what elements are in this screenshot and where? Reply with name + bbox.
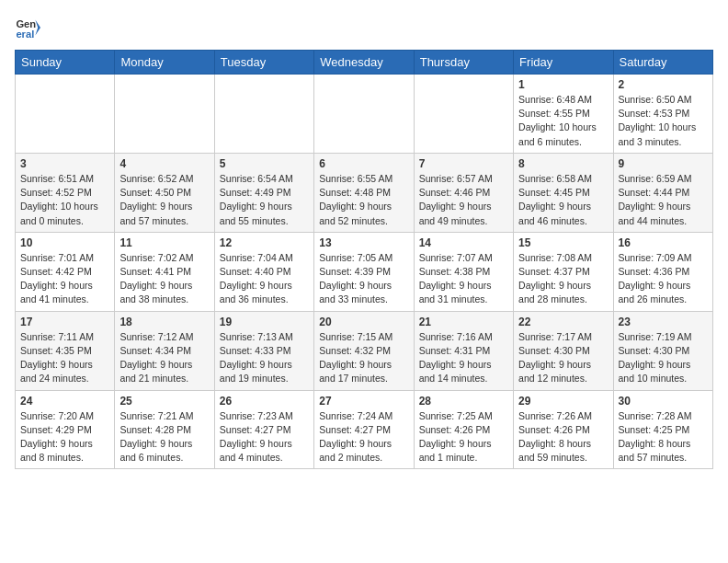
day-info: Sunrise: 7:23 AMSunset: 4:27 PMDaylight:… <box>220 409 309 465</box>
day-info: Sunrise: 7:17 AMSunset: 4:30 PMDaylight:… <box>518 330 608 386</box>
calendar: SundayMondayTuesdayWednesdayThursdayFrid… <box>15 50 713 469</box>
day-number: 19 <box>220 316 309 328</box>
logo-icon: Gen eral <box>15 15 40 40</box>
calendar-cell: 23Sunrise: 7:19 AMSunset: 4:30 PMDayligh… <box>613 311 712 390</box>
day-number: 14 <box>419 236 508 249</box>
svg-marker-2 <box>35 20 40 36</box>
day-info: Sunrise: 7:05 AMSunset: 4:39 PMDaylight:… <box>319 251 408 307</box>
day-info: Sunrise: 6:58 AMSunset: 4:45 PMDaylight:… <box>518 172 608 228</box>
calendar-cell: 1Sunrise: 6:48 AMSunset: 4:55 PMDaylight… <box>514 75 613 154</box>
day-number: 15 <box>518 236 608 249</box>
day-info: Sunrise: 6:55 AMSunset: 4:48 PMDaylight:… <box>319 172 408 228</box>
calendar-week-4: 24Sunrise: 7:20 AMSunset: 4:29 PMDayligh… <box>16 390 713 469</box>
calendar-cell: 14Sunrise: 7:07 AMSunset: 4:38 PMDayligh… <box>414 232 513 311</box>
weekday-header-sunday: Sunday <box>16 51 115 75</box>
calendar-cell: 28Sunrise: 7:25 AMSunset: 4:26 PMDayligh… <box>414 390 513 469</box>
calendar-cell <box>16 75 115 154</box>
day-info: Sunrise: 7:09 AMSunset: 4:36 PMDaylight:… <box>619 251 708 307</box>
day-info: Sunrise: 7:04 AMSunset: 4:40 PMDaylight:… <box>220 251 309 307</box>
day-info: Sunrise: 7:08 AMSunset: 4:37 PMDaylight:… <box>518 251 608 307</box>
calendar-cell: 15Sunrise: 7:08 AMSunset: 4:37 PMDayligh… <box>514 232 613 311</box>
calendar-cell <box>214 75 313 154</box>
calendar-cell: 26Sunrise: 7:23 AMSunset: 4:27 PMDayligh… <box>214 390 313 469</box>
day-number: 11 <box>119 236 209 249</box>
day-info: Sunrise: 6:52 AMSunset: 4:50 PMDaylight:… <box>119 172 209 228</box>
day-number: 20 <box>319 316 408 328</box>
day-info: Sunrise: 7:25 AMSunset: 4:26 PMDaylight:… <box>419 409 508 465</box>
day-info: Sunrise: 6:48 AMSunset: 4:55 PMDaylight:… <box>518 93 608 149</box>
calendar-cell: 5Sunrise: 6:54 AMSunset: 4:49 PMDaylight… <box>214 153 313 232</box>
day-info: Sunrise: 7:24 AMSunset: 4:27 PMDaylight:… <box>319 409 408 465</box>
day-info: Sunrise: 6:57 AMSunset: 4:46 PMDaylight:… <box>419 172 508 228</box>
day-number: 6 <box>319 157 408 170</box>
weekday-header-tuesday: Tuesday <box>214 51 313 75</box>
calendar-body: 1Sunrise: 6:48 AMSunset: 4:55 PMDaylight… <box>16 75 713 469</box>
page-header: Gen eral <box>15 15 713 40</box>
calendar-cell: 29Sunrise: 7:26 AMSunset: 4:26 PMDayligh… <box>514 390 613 469</box>
calendar-cell: 24Sunrise: 7:20 AMSunset: 4:29 PMDayligh… <box>16 390 115 469</box>
calendar-cell <box>414 75 513 154</box>
calendar-cell: 17Sunrise: 7:11 AMSunset: 4:35 PMDayligh… <box>16 311 115 390</box>
calendar-week-0: 1Sunrise: 6:48 AMSunset: 4:55 PMDaylight… <box>16 75 713 154</box>
calendar-cell: 6Sunrise: 6:55 AMSunset: 4:48 PMDaylight… <box>314 153 414 232</box>
day-info: Sunrise: 7:21 AMSunset: 4:28 PMDaylight:… <box>119 409 209 465</box>
day-number: 17 <box>20 316 109 328</box>
calendar-cell <box>115 75 214 154</box>
day-info: Sunrise: 7:19 AMSunset: 4:30 PMDaylight:… <box>619 330 708 386</box>
calendar-cell: 18Sunrise: 7:12 AMSunset: 4:34 PMDayligh… <box>115 311 214 390</box>
day-info: Sunrise: 6:50 AMSunset: 4:53 PMDaylight:… <box>619 93 708 149</box>
calendar-cell: 3Sunrise: 6:51 AMSunset: 4:52 PMDaylight… <box>16 153 115 232</box>
day-number: 18 <box>119 316 209 328</box>
day-info: Sunrise: 7:20 AMSunset: 4:29 PMDaylight:… <box>20 409 109 465</box>
weekday-header-friday: Friday <box>514 51 613 75</box>
calendar-cell: 2Sunrise: 6:50 AMSunset: 4:53 PMDaylight… <box>613 75 712 154</box>
logo: Gen eral <box>15 15 44 40</box>
day-info: Sunrise: 6:59 AMSunset: 4:44 PMDaylight:… <box>619 172 708 228</box>
calendar-cell: 11Sunrise: 7:02 AMSunset: 4:41 PMDayligh… <box>115 232 214 311</box>
calendar-cell: 8Sunrise: 6:58 AMSunset: 4:45 PMDaylight… <box>514 153 613 232</box>
day-number: 2 <box>619 78 708 91</box>
day-number: 25 <box>119 395 209 408</box>
calendar-header-row: SundayMondayTuesdayWednesdayThursdayFrid… <box>16 51 713 75</box>
calendar-cell <box>314 75 414 154</box>
day-info: Sunrise: 6:54 AMSunset: 4:49 PMDaylight:… <box>220 172 309 228</box>
day-number: 24 <box>20 395 109 408</box>
day-info: Sunrise: 7:11 AMSunset: 4:35 PMDaylight:… <box>20 330 109 386</box>
day-info: Sunrise: 7:07 AMSunset: 4:38 PMDaylight:… <box>419 251 508 307</box>
calendar-cell: 9Sunrise: 6:59 AMSunset: 4:44 PMDaylight… <box>613 153 712 232</box>
day-info: Sunrise: 7:02 AMSunset: 4:41 PMDaylight:… <box>119 251 209 307</box>
day-number: 30 <box>619 395 708 408</box>
day-number: 26 <box>220 395 309 408</box>
day-number: 12 <box>220 236 309 249</box>
calendar-cell: 22Sunrise: 7:17 AMSunset: 4:30 PMDayligh… <box>514 311 613 390</box>
weekday-header-monday: Monday <box>115 51 214 75</box>
calendar-cell: 25Sunrise: 7:21 AMSunset: 4:28 PMDayligh… <box>115 390 214 469</box>
calendar-cell: 19Sunrise: 7:13 AMSunset: 4:33 PMDayligh… <box>214 311 313 390</box>
weekday-header-wednesday: Wednesday <box>314 51 414 75</box>
day-number: 9 <box>619 157 708 170</box>
calendar-cell: 10Sunrise: 7:01 AMSunset: 4:42 PMDayligh… <box>16 232 115 311</box>
day-info: Sunrise: 7:15 AMSunset: 4:32 PMDaylight:… <box>319 330 408 386</box>
day-info: Sunrise: 7:26 AMSunset: 4:26 PMDaylight:… <box>518 409 608 465</box>
calendar-cell: 27Sunrise: 7:24 AMSunset: 4:27 PMDayligh… <box>314 390 414 469</box>
calendar-cell: 12Sunrise: 7:04 AMSunset: 4:40 PMDayligh… <box>214 232 313 311</box>
day-number: 16 <box>619 236 708 249</box>
calendar-cell: 21Sunrise: 7:16 AMSunset: 4:31 PMDayligh… <box>414 311 513 390</box>
day-number: 1 <box>518 78 608 91</box>
calendar-cell: 4Sunrise: 6:52 AMSunset: 4:50 PMDaylight… <box>115 153 214 232</box>
day-info: Sunrise: 7:16 AMSunset: 4:31 PMDaylight:… <box>419 330 508 386</box>
day-info: Sunrise: 7:12 AMSunset: 4:34 PMDaylight:… <box>119 330 209 386</box>
day-number: 5 <box>220 157 309 170</box>
calendar-week-1: 3Sunrise: 6:51 AMSunset: 4:52 PMDaylight… <box>16 153 713 232</box>
calendar-cell: 30Sunrise: 7:28 AMSunset: 4:25 PMDayligh… <box>613 390 712 469</box>
calendar-week-3: 17Sunrise: 7:11 AMSunset: 4:35 PMDayligh… <box>16 311 713 390</box>
day-info: Sunrise: 7:01 AMSunset: 4:42 PMDaylight:… <box>20 251 109 307</box>
day-number: 10 <box>20 236 109 249</box>
day-number: 8 <box>518 157 608 170</box>
day-number: 27 <box>319 395 408 408</box>
day-number: 22 <box>518 316 608 328</box>
day-number: 29 <box>518 395 608 408</box>
day-number: 23 <box>619 316 708 328</box>
svg-text:eral: eral <box>16 29 34 40</box>
calendar-cell: 13Sunrise: 7:05 AMSunset: 4:39 PMDayligh… <box>314 232 414 311</box>
